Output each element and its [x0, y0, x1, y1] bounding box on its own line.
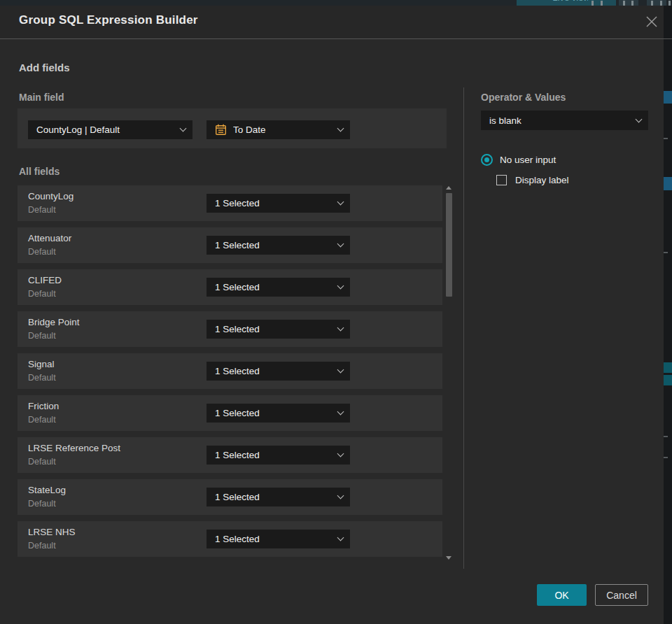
- field-selection-value: 1 Selected: [215, 534, 338, 544]
- main-field-label: Main field: [19, 92, 64, 103]
- background-fragment: [664, 252, 668, 253]
- field-name: Bridge Point: [28, 317, 80, 327]
- field-row: Friction Default 1 Selected: [18, 395, 442, 431]
- operator-select[interactable]: is blank: [481, 111, 648, 130]
- background-fragment: [664, 138, 668, 139]
- field-selection-select[interactable]: 1 Selected: [206, 236, 350, 255]
- background-fragment: [664, 91, 672, 104]
- dialog-title: Group SQL Expression Builder: [19, 13, 198, 27]
- field-selection-select[interactable]: 1 Selected: [206, 194, 350, 213]
- field-row: StateLog Default 1 Selected: [18, 479, 442, 515]
- no-user-input-label: No user input: [500, 155, 556, 165]
- background-toolbar-tick: [631, 1, 634, 6]
- background-toolbar-fragment: [647, 0, 666, 6]
- field-selection-value: 1 Selected: [215, 240, 338, 250]
- chevron-down-icon: [337, 125, 344, 132]
- field-row: Bridge Point Default 1 Selected: [18, 311, 442, 347]
- field-name: CountyLog: [28, 191, 74, 201]
- chevron-down-icon: [337, 283, 344, 290]
- operator-select-value: is blank: [489, 115, 636, 126]
- chevron-down-icon: [337, 492, 344, 499]
- field-name: Signal: [28, 359, 55, 369]
- field-sublabel: Default: [28, 499, 56, 509]
- display-label-label: Display label: [515, 175, 569, 185]
- field-selection-select[interactable]: 1 Selected: [206, 278, 350, 297]
- add-fields-heading: Add fields: [19, 62, 70, 73]
- background-toolbar-tick: [651, 1, 653, 6]
- background-toolbar-tick: [601, 1, 603, 6]
- main-field-panel: CountyLog | Default To Date: [18, 108, 447, 148]
- background-toolbar-tick: [623, 1, 625, 6]
- field-selection-value: 1 Selected: [215, 198, 338, 208]
- chevron-down-icon: [337, 199, 344, 206]
- field-sublabel: Default: [28, 247, 56, 257]
- chevron-down-icon: [337, 451, 344, 458]
- radio-selected-icon: [481, 154, 493, 166]
- ok-button[interactable]: OK: [537, 584, 587, 606]
- main-field-select[interactable]: CountyLog | Default: [28, 120, 192, 139]
- background-toolbar: Live view: [0, 0, 672, 6]
- field-selection-value: 1 Selected: [215, 282, 338, 292]
- scrollbar-thumb[interactable]: [446, 193, 452, 297]
- chevron-down-icon: [180, 125, 187, 132]
- background-toolbar-fragment: [619, 0, 638, 6]
- field-name: CLIFED: [28, 275, 62, 285]
- field-row: CLIFED Default 1 Selected: [18, 269, 442, 305]
- field-selection-select[interactable]: 1 Selected: [206, 320, 350, 339]
- calendar-icon: [215, 124, 227, 136]
- field-row: Attenuator Default 1 Selected: [18, 227, 442, 263]
- all-fields-label: All fields: [19, 166, 59, 177]
- chevron-down-icon: [337, 241, 344, 248]
- field-selection-select[interactable]: 1 Selected: [206, 404, 350, 423]
- field-name: LRSE NHS: [28, 527, 76, 537]
- cancel-button[interactable]: Cancel: [595, 584, 648, 606]
- display-label-checkbox[interactable]: Display label: [496, 175, 569, 185]
- field-selection-value: 1 Selected: [215, 366, 338, 376]
- field-row: CountyLog Default 1 Selected: [18, 185, 442, 221]
- field-name: Attenuator: [28, 233, 71, 243]
- field-sublabel: Default: [28, 289, 56, 299]
- live-view-label: Live view: [552, 0, 589, 3]
- field-name: LRSE Reference Post: [28, 443, 120, 453]
- field-row: LRSE Reference Post Default 1 Selected: [18, 437, 442, 473]
- field-selection-select[interactable]: 1 Selected: [206, 488, 350, 506]
- chevron-down-icon: [636, 115, 643, 122]
- checkbox-unchecked-icon: [496, 175, 507, 185]
- close-button[interactable]: [643, 13, 661, 31]
- field-name: StateLog: [28, 485, 66, 495]
- field-selection-value: 1 Selected: [215, 492, 338, 502]
- field-selection-value: 1 Selected: [215, 324, 338, 334]
- background-toolbar-tick: [592, 1, 594, 6]
- field-name: Friction: [28, 401, 59, 411]
- scrollbar-down-arrow[interactable]: [446, 556, 451, 560]
- main-field-type-select[interactable]: To Date: [206, 120, 350, 139]
- background-toolbar-tick: [668, 1, 671, 6]
- field-sublabel: Default: [28, 457, 56, 467]
- operator-values-label: Operator & Values: [481, 92, 566, 103]
- field-selection-value: 1 Selected: [215, 450, 338, 460]
- background-fragment: [664, 436, 668, 437]
- field-selection-select[interactable]: 1 Selected: [206, 530, 350, 548]
- field-sublabel: Default: [28, 373, 56, 383]
- chevron-down-icon: [337, 325, 344, 332]
- field-selection-select[interactable]: 1 Selected: [206, 446, 350, 465]
- all-fields-list: CountyLog Default 1 Selected Attenuator …: [18, 185, 442, 563]
- main-field-select-value: CountyLog | Default: [36, 125, 181, 135]
- chevron-down-icon: [337, 534, 344, 541]
- chevron-down-icon: [337, 367, 344, 374]
- field-sublabel: Default: [28, 205, 56, 215]
- scrollbar-up-arrow[interactable]: [446, 186, 451, 190]
- field-selection-select[interactable]: 1 Selected: [206, 362, 350, 381]
- main-field-type-value: To Date: [233, 125, 338, 135]
- field-selection-value: 1 Selected: [215, 408, 338, 418]
- column-divider: [463, 87, 464, 569]
- background-fragment: [664, 362, 672, 373]
- field-sublabel: Default: [28, 415, 56, 425]
- no-user-input-radio[interactable]: No user input: [481, 154, 556, 166]
- background-fragment: [664, 177, 672, 190]
- field-row: Signal Default 1 Selected: [18, 353, 442, 389]
- background-toolbar-tick: [660, 1, 662, 6]
- background-fragment: [664, 375, 672, 385]
- field-sublabel: Default: [28, 331, 56, 341]
- header-divider: [0, 38, 672, 39]
